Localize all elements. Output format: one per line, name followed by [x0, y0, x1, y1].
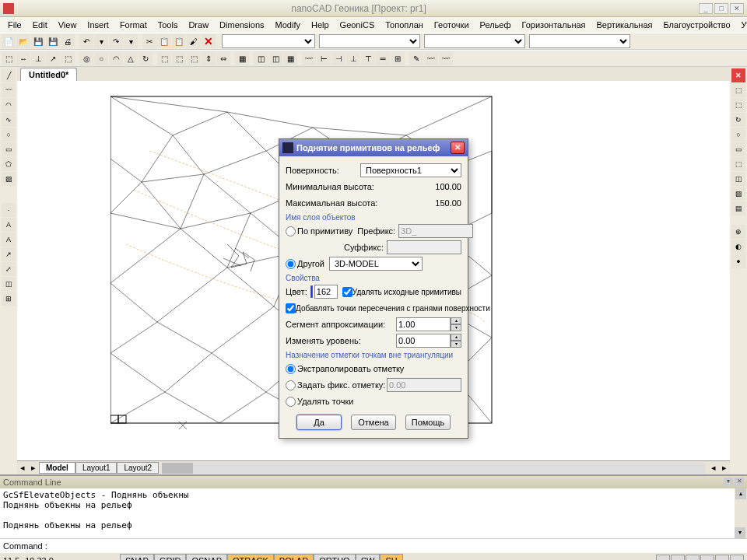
tb2-17[interactable]: ◫ — [254, 51, 268, 65]
close-button[interactable]: ✕ — [730, 3, 744, 14]
menu-view[interactable]: View — [54, 19, 82, 31]
other-layer-radio[interactable] — [286, 259, 296, 269]
tab-model[interactable]: Model — [39, 462, 75, 474]
doc-tab[interactable]: Untitled0* — [20, 68, 77, 81]
rt-3[interactable]: ↻ — [731, 113, 745, 127]
cmd-close-icon[interactable]: ✕ — [735, 478, 744, 487]
delete-source-checkbox[interactable] — [342, 287, 352, 297]
tb2-5[interactable]: ⬚ — [61, 51, 75, 65]
help-button[interactable]: Помощь — [405, 415, 451, 430]
tb2-14[interactable]: ⇕ — [202, 51, 216, 65]
tb2-2[interactable]: ↔ — [16, 51, 30, 65]
copy-icon[interactable]: 📋 — [157, 34, 171, 48]
rt-5[interactable]: ▭ — [731, 142, 745, 156]
tb2-26[interactable]: ⊞ — [391, 51, 405, 65]
tb2-19[interactable]: ▦ — [283, 51, 297, 65]
tb2-25[interactable]: ═ — [376, 51, 390, 65]
color-swatch[interactable] — [310, 285, 313, 298]
rt-1[interactable]: ⬚ — [731, 83, 745, 97]
tb2-6[interactable]: ◎ — [79, 51, 93, 65]
status-rb1[interactable] — [656, 555, 670, 561]
extrapolate-radio[interactable] — [286, 364, 296, 374]
tb2-23[interactable]: ⊥ — [346, 51, 360, 65]
linetype-combo[interactable] — [424, 34, 525, 48]
lt-point-icon[interactable]: · — [2, 203, 16, 217]
redo-drop-icon[interactable]: ▾ — [124, 34, 138, 48]
menu-help[interactable]: Help — [307, 19, 334, 31]
dialog-titlebar[interactable]: Поднятие примитивов на рельеф ✕ — [279, 139, 468, 156]
status-polar[interactable]: POLAR — [274, 554, 314, 561]
tb2-29[interactable]: 〰 — [439, 51, 453, 65]
fix-mark-radio[interactable] — [286, 380, 296, 390]
tb2-21[interactable]: ⊢ — [317, 51, 331, 65]
segment-up-icon[interactable]: ▴ — [451, 317, 461, 324]
tb2-15[interactable]: ⇔ — [216, 51, 230, 65]
level-down-icon[interactable]: ▾ — [451, 341, 461, 348]
status-rb2[interactable] — [671, 555, 685, 561]
menu-tools[interactable]: Tools — [153, 19, 183, 31]
menu-format[interactable]: Format — [115, 19, 152, 31]
tb2-27[interactable]: ✎ — [409, 51, 423, 65]
by-primitive-radio[interactable] — [286, 226, 296, 236]
tb2-3[interactable]: ⊥ — [31, 51, 45, 65]
menu-utilities[interactable]: Утилиты — [737, 19, 747, 31]
cut-icon[interactable]: ✂ — [142, 34, 156, 48]
status-otrack[interactable]: OTRACK — [227, 554, 274, 561]
suffix-input[interactable] — [387, 240, 461, 254]
rt-8[interactable]: ▨ — [731, 187, 745, 201]
hscroll[interactable] — [162, 463, 705, 474]
level-input[interactable] — [396, 334, 451, 348]
lt-poly-icon[interactable]: ⬠ — [2, 157, 16, 171]
tb2-16[interactable]: ▦ — [235, 51, 249, 65]
lt-pline-icon[interactable]: 〰 — [2, 83, 16, 97]
lt-line-icon[interactable]: ╱ — [2, 68, 16, 82]
lt-mtext-icon[interactable]: A — [2, 233, 16, 247]
tb2-11[interactable]: ⬚ — [157, 51, 171, 65]
paste-icon[interactable]: 📋 — [172, 34, 186, 48]
menu-topoplan[interactable]: Топоплан — [381, 19, 428, 31]
lt-ray-icon[interactable]: ↗ — [2, 247, 16, 261]
cmd-pin-icon[interactable]: ▾ — [724, 478, 733, 487]
color-combo[interactable] — [319, 34, 420, 48]
status-grid[interactable]: GRID — [154, 554, 187, 561]
ok-button[interactable]: Да — [296, 415, 342, 430]
maximize-button[interactable]: □ — [714, 3, 728, 14]
delete-icon[interactable]: ✕ — [202, 34, 216, 48]
undo-drop-icon[interactable]: ▾ — [94, 34, 108, 48]
rt-7[interactable]: ◫ — [731, 172, 745, 186]
prefix-input[interactable] — [398, 224, 473, 238]
status-rb6[interactable] — [730, 555, 744, 561]
status-rb5[interactable] — [715, 555, 729, 561]
tb2-22[interactable]: ⊣ — [331, 51, 345, 65]
lt-circle-icon[interactable]: ○ — [2, 128, 16, 142]
rt-2[interactable]: ⬚ — [731, 98, 745, 112]
status-ortho[interactable]: ORTHO — [314, 554, 356, 561]
level-up-icon[interactable]: ▴ — [451, 334, 461, 341]
menu-geonics[interactable]: GeoniCS — [335, 19, 380, 31]
rt-10[interactable]: ⊕ — [731, 225, 745, 239]
lt-arc-icon[interactable]: ◠ — [2, 98, 16, 112]
dialog-close-button[interactable]: ✕ — [451, 142, 465, 154]
menu-file[interactable]: File — [3, 19, 26, 31]
tab-nav-prev[interactable]: ▸ — [28, 463, 39, 473]
cancel-button[interactable]: Отмена — [351, 415, 396, 430]
print-icon[interactable]: 🖨 — [61, 34, 75, 48]
rt-close-icon[interactable]: ✕ — [731, 68, 745, 82]
save-icon[interactable]: 💾 — [31, 34, 45, 48]
command-input[interactable]: Command : — [0, 538, 747, 552]
hscroll-right[interactable]: ▸ — [719, 463, 730, 473]
status-sh[interactable]: SH — [380, 554, 402, 561]
lt-spline-icon[interactable]: ∿ — [2, 113, 16, 127]
tb2-1[interactable]: ⬚ — [2, 51, 16, 65]
tb2-9[interactable]: △ — [124, 51, 138, 65]
lineweight-combo[interactable] — [529, 34, 630, 48]
tab-layout2[interactable]: Layout2 — [117, 462, 159, 474]
status-osnap[interactable]: OSNAP — [186, 554, 227, 561]
vscroll-up-icon[interactable]: ▴ — [735, 488, 746, 499]
tb2-4[interactable]: ↗ — [46, 51, 60, 65]
rt-9[interactable]: ▤ — [731, 201, 745, 215]
fix-mark-input[interactable] — [387, 378, 461, 392]
segment-input[interactable] — [396, 317, 451, 331]
lt-text-icon[interactable]: A — [2, 218, 16, 232]
vscroll-down-icon[interactable]: ▾ — [735, 527, 745, 538]
